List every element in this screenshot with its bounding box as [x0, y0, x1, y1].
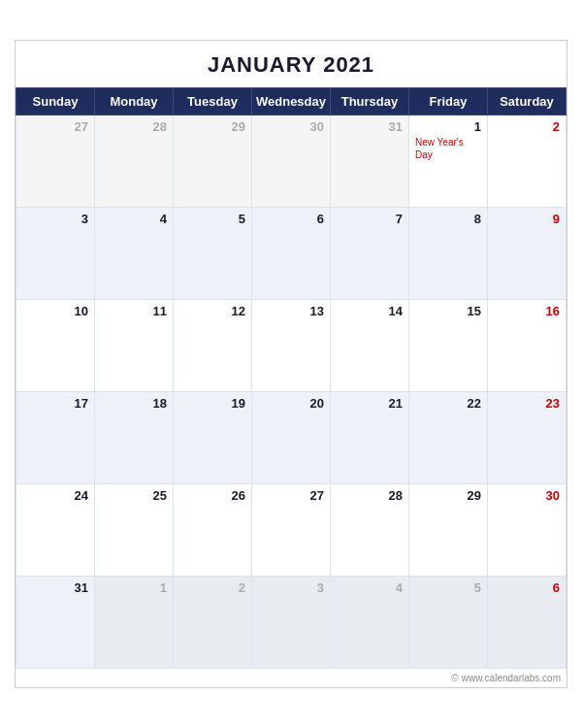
- day-cell: 31: [16, 577, 95, 669]
- day-number: 5: [415, 580, 481, 595]
- day-number: 10: [22, 304, 88, 318]
- week-row: 24252627282930: [16, 484, 566, 577]
- day-cell: 1: [95, 577, 174, 669]
- day-number: 5: [179, 212, 245, 226]
- day-number: 28: [101, 119, 167, 134]
- day-cell: 6: [252, 208, 331, 300]
- day-cell: 10: [16, 300, 95, 392]
- day-cell: 28: [331, 484, 409, 577]
- day-number: 26: [179, 488, 245, 503]
- calendar-container: JANUARY 2021 SundayMondayTuesdayWednesda…: [15, 40, 567, 688]
- day-cell: 5: [409, 577, 488, 669]
- day-number: 15: [415, 304, 481, 318]
- day-cell: 23: [488, 392, 566, 484]
- day-header-saturday: Saturday: [488, 88, 566, 116]
- day-number: 29: [415, 488, 481, 503]
- day-number: 21: [337, 396, 403, 411]
- day-number: 17: [22, 396, 88, 411]
- day-number: 1: [415, 119, 481, 134]
- day-cell: 8: [409, 208, 488, 300]
- day-cell: 18: [95, 392, 174, 484]
- day-number: 11: [101, 304, 167, 318]
- day-cell: 2: [488, 116, 566, 208]
- day-cell: 31: [331, 116, 409, 208]
- day-cell: 19: [174, 392, 252, 484]
- day-cell: 21: [331, 392, 409, 484]
- day-cell: 11: [95, 300, 174, 392]
- day-number: 31: [22, 580, 88, 595]
- day-number: 4: [101, 212, 167, 226]
- day-cell: 20: [252, 392, 331, 484]
- day-cell: 24: [16, 484, 95, 577]
- day-number: 14: [337, 304, 403, 318]
- day-number: 28: [337, 488, 403, 503]
- week-row: 17181920212223: [16, 392, 566, 484]
- day-header-sunday: Sunday: [16, 88, 95, 116]
- day-number: 9: [494, 212, 560, 226]
- day-cell: 6: [488, 577, 566, 669]
- week-row: 27282930311New Year's Day2: [16, 116, 566, 208]
- calendar-header-row: SundayMondayTuesdayWednesdayThursdayFrid…: [16, 88, 566, 116]
- day-number: 19: [179, 396, 245, 411]
- day-number: 31: [337, 119, 403, 134]
- day-number: 16: [494, 304, 560, 318]
- day-number: 23: [494, 396, 560, 411]
- day-number: 2: [494, 119, 560, 134]
- day-cell: 2: [174, 577, 252, 669]
- day-cell: 3: [16, 208, 95, 300]
- day-cell: 3: [252, 577, 331, 669]
- day-cell: 16: [488, 300, 566, 392]
- day-number: 27: [22, 119, 88, 134]
- day-header-wednesday: Wednesday: [252, 88, 331, 116]
- day-number: 13: [258, 304, 324, 318]
- day-number: 20: [258, 396, 324, 411]
- day-cell: 1New Year's Day: [409, 116, 488, 208]
- day-number: 30: [494, 488, 560, 503]
- week-row: 31123456: [16, 577, 566, 669]
- calendar-title: JANUARY 2021: [16, 41, 566, 87]
- day-cell: 13: [252, 300, 331, 392]
- calendar-grid: SundayMondayTuesdayWednesdayThursdayFrid…: [16, 87, 566, 669]
- day-number: 1: [101, 580, 167, 595]
- day-number: 3: [258, 580, 324, 595]
- day-cell: 12: [174, 300, 252, 392]
- day-cell: 7: [331, 208, 409, 300]
- day-cell: 29: [174, 116, 252, 208]
- day-cell: 5: [174, 208, 252, 300]
- day-number: 30: [258, 119, 324, 134]
- day-cell: 27: [252, 484, 331, 577]
- day-number: 24: [22, 488, 88, 503]
- day-cell: 15: [409, 300, 488, 392]
- day-number: 3: [22, 212, 88, 226]
- day-number: 4: [337, 580, 403, 595]
- day-cell: 27: [16, 116, 95, 208]
- day-header-friday: Friday: [409, 88, 488, 116]
- day-cell: 22: [409, 392, 488, 484]
- day-number: 8: [415, 212, 481, 226]
- day-header-tuesday: Tuesday: [174, 88, 252, 116]
- day-cell: 30: [252, 116, 331, 208]
- day-number: 6: [258, 212, 324, 226]
- calendar-body: 27282930311New Year's Day234567891011121…: [16, 116, 566, 669]
- day-cell: 28: [95, 116, 174, 208]
- day-cell: 4: [95, 208, 174, 300]
- day-number: 27: [258, 488, 324, 503]
- day-header-thursday: Thursday: [331, 88, 409, 116]
- holiday-label: New Year's Day: [415, 136, 481, 161]
- day-number: 6: [494, 580, 560, 595]
- day-cell: 26: [174, 484, 252, 577]
- day-cell: 9: [488, 208, 566, 300]
- day-cell: 17: [16, 392, 95, 484]
- day-number: 7: [337, 212, 403, 226]
- day-header-monday: Monday: [95, 88, 174, 116]
- day-cell: 30: [488, 484, 566, 577]
- day-number: 29: [179, 119, 245, 134]
- day-number: 2: [179, 580, 245, 595]
- day-number: 18: [101, 396, 167, 411]
- day-number: 22: [415, 396, 481, 411]
- day-cell: 4: [331, 577, 409, 669]
- watermark: © www.calendarlabs.com: [16, 669, 566, 687]
- week-row: 10111213141516: [16, 300, 566, 392]
- day-number: 12: [179, 304, 245, 318]
- day-cell: 14: [331, 300, 409, 392]
